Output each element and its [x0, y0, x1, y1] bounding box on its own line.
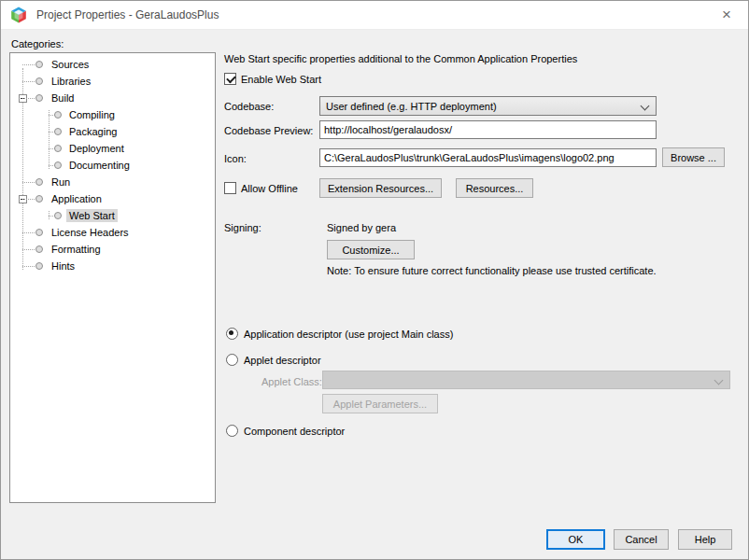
codebase-preview-input[interactable] [319, 120, 657, 139]
categories-label: Categories: [11, 38, 64, 49]
node-icon [35, 245, 43, 253]
node-icon [54, 128, 62, 135]
title-bar: Project Properties - GeraLaudosPlus × [1, 1, 748, 30]
tree-item-label: Web Start [66, 209, 118, 222]
node-icon [54, 161, 62, 169]
allow-offline-label: Allow Offline [241, 183, 298, 194]
tree-connector [22, 232, 35, 233]
component-descriptor-radio[interactable]: Component descriptor [226, 425, 345, 437]
applet-class-label: Applet Class: [261, 376, 322, 387]
signing-note: Note: To ensure future correct functiona… [327, 265, 657, 276]
tree-item-label: Run [49, 175, 73, 189]
application-descriptor-label: Application descriptor (use project Main… [244, 329, 453, 340]
tree-connector [22, 266, 35, 267]
applet-parameters-button: Applet Parameters... [322, 394, 438, 413]
enable-web-start-label: Enable Web Start [241, 74, 321, 85]
tree-item-compiling[interactable]: Compiling [10, 106, 215, 123]
tree-item-label: Compiling [66, 108, 118, 121]
node-icon [35, 77, 43, 85]
codebase-selected-value: User defined (e.g. HTTP deployment) [326, 101, 497, 112]
help-button[interactable]: Help [678, 529, 732, 550]
node-icon [35, 178, 43, 186]
tree-item-run[interactable]: Run [10, 174, 215, 190]
tree-item-label: Hints [49, 259, 78, 273]
radio-icon [226, 354, 238, 366]
tree-item-hints[interactable]: Hints [10, 258, 215, 274]
window-title: Project Properties - GeraLaudosPlus [36, 8, 219, 21]
tree-connector [22, 199, 35, 200]
applet-descriptor-label: Applet descriptor [244, 355, 321, 366]
close-icon[interactable]: × [716, 5, 737, 25]
checkbox-icon [224, 73, 236, 85]
chevron-down-icon [714, 376, 724, 385]
tree-item-label: Documenting [66, 159, 133, 172]
allow-offline-checkbox[interactable]: Allow Offline [224, 182, 298, 194]
signing-label: Signing: [224, 222, 261, 233]
icon-path-input[interactable] [319, 148, 657, 167]
tree-item-packaging[interactable]: Packaging [10, 123, 215, 140]
tree-item-license-headers[interactable]: License Headers [10, 224, 215, 241]
node-icon [54, 111, 62, 119]
enable-web-start-checkbox[interactable]: Enable Web Start [224, 73, 321, 85]
netbeans-logo-icon [10, 7, 27, 23]
tree-item-documenting[interactable]: Documenting [10, 157, 215, 174]
tree-item-label: Application [49, 192, 105, 205]
tree-item-label: Build [49, 91, 77, 105]
signing-status: Signed by gera [327, 222, 396, 233]
tree-connector [22, 249, 35, 250]
customize-button[interactable]: Customize... [327, 240, 415, 259]
icon-label: Icon: [224, 153, 247, 164]
tree-item-label: Deployment [66, 142, 127, 155]
tree-item-libraries[interactable]: Libraries [10, 73, 215, 90]
tree-item-web-start[interactable]: Web Start [10, 207, 215, 224]
radio-icon [226, 425, 238, 437]
node-icon [35, 195, 43, 203]
applet-class-select [322, 371, 730, 389]
checkbox-icon [224, 182, 236, 194]
tree-item-label: Packaging [66, 125, 120, 138]
extension-resources-button[interactable]: Extension Resources... [319, 178, 442, 198]
component-descriptor-label: Component descriptor [244, 426, 345, 437]
webstart-header: Web Start specific properties additional… [224, 53, 577, 64]
tree-connector [22, 98, 35, 99]
tree-item-deployment[interactable]: Deployment [10, 140, 215, 157]
codebase-select[interactable]: User defined (e.g. HTTP deployment) [319, 96, 657, 116]
tree-item-label: Formatting [49, 243, 104, 256]
node-icon [54, 145, 62, 152]
tree-item-label: License Headers [49, 226, 132, 239]
categories-panel: SourcesLibrariesBuildCompilingPackagingD… [9, 52, 216, 503]
application-descriptor-radio[interactable]: Application descriptor (use project Main… [226, 328, 453, 340]
tree-connector [22, 182, 35, 183]
tree-item-sources[interactable]: Sources [10, 56, 215, 73]
tree-connector [22, 81, 35, 82]
tree-item-build[interactable]: Build [10, 90, 215, 106]
cancel-button[interactable]: Cancel [614, 529, 669, 550]
node-icon [35, 61, 43, 68]
node-icon [54, 212, 62, 219]
radio-icon [226, 328, 238, 340]
project-properties-dialog: Project Properties - GeraLaudosPlus × Ca… [0, 0, 749, 560]
applet-descriptor-radio[interactable]: Applet descriptor [226, 354, 321, 366]
node-icon [35, 94, 43, 102]
chevron-down-icon [641, 102, 650, 111]
codebase-preview-label: Codebase Preview: [224, 125, 313, 136]
tree-connector [22, 64, 35, 65]
tree-item-label: Libraries [49, 75, 93, 88]
resources-button[interactable]: Resources... [456, 178, 533, 198]
tree-item-application[interactable]: Application [10, 190, 215, 207]
node-icon [35, 229, 43, 236]
node-icon [35, 262, 43, 270]
categories-tree: SourcesLibrariesBuildCompilingPackagingD… [10, 53, 215, 502]
browse-button[interactable]: Browse ... [662, 147, 725, 167]
tree-item-formatting[interactable]: Formatting [10, 241, 215, 258]
tree-item-label: Sources [49, 58, 92, 71]
codebase-label: Codebase: [224, 101, 274, 112]
ok-button[interactable]: OK [546, 529, 605, 550]
